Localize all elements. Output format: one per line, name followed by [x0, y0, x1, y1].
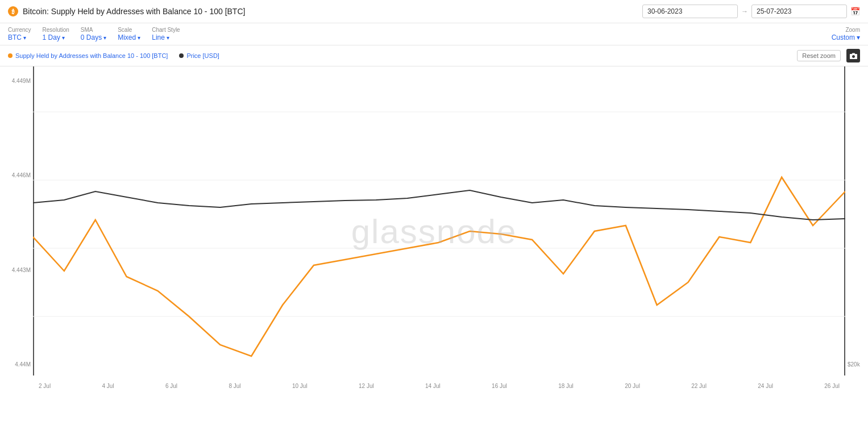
- chart-area: glassnode 4.449M 4.446M 4.443M 4.44M $20…: [0, 66, 868, 396]
- y-label-1: 4.449M: [2, 78, 31, 84]
- reset-zoom-button[interactable]: Reset zoom: [797, 50, 841, 61]
- currency-label: Currency: [8, 27, 31, 33]
- sma-control: SMA 0 Days ▾: [81, 27, 106, 41]
- resolution-value: 1 Day: [43, 34, 60, 41]
- calendar-icon[interactable]: 📅: [850, 7, 860, 16]
- sma-arrow: ▾: [103, 35, 106, 41]
- x-label-3: 6 Jul: [165, 383, 177, 389]
- legend-label-supply: Supply Held by Addresses with Balance 10…: [15, 52, 168, 59]
- chart-style-arrow: ▾: [167, 35, 169, 41]
- x-label-12: 24 Jul: [758, 383, 773, 389]
- y-axis-right: $20k: [845, 66, 868, 373]
- controls-bar: Currency BTC ▾ Resolution 1 Day ▾ SMA 0 …: [0, 23, 868, 45]
- chart-style-label: Chart Style: [152, 27, 180, 33]
- supply-line: [33, 177, 845, 356]
- resolution-label: Resolution: [43, 27, 69, 33]
- y-label-2: 4.446M: [2, 172, 31, 178]
- chart-title: Bitcoin: Supply Held by Addresses with B…: [23, 7, 245, 16]
- chart-svg: [33, 66, 845, 375]
- y-label-3: 4.443M: [2, 267, 31, 273]
- chart-style-control: Chart Style Line ▾: [152, 27, 180, 41]
- x-label-11: 22 Jul: [691, 383, 707, 389]
- x-label-5: 10 Jul: [292, 383, 308, 389]
- x-label-7: 14 Jul: [425, 383, 441, 389]
- legend-item-supply: Supply Held by Addresses with Balance 10…: [8, 52, 168, 59]
- y-label-right: $20k: [848, 361, 866, 368]
- legend-dot-price: [179, 53, 184, 58]
- sma-select[interactable]: 0 Days ▾: [81, 34, 106, 41]
- currency-arrow: ▾: [23, 35, 26, 41]
- currency-select[interactable]: BTC ▾: [8, 34, 31, 41]
- legend-item-price: Price [USD]: [179, 52, 219, 59]
- x-label-13: 26 Jul: [824, 383, 840, 389]
- btc-icon: ₿: [8, 6, 18, 16]
- x-label-9: 18 Jul: [558, 383, 574, 389]
- sma-value: 0 Days: [81, 34, 102, 41]
- resolution-arrow: ▾: [62, 35, 65, 41]
- resolution-control: Resolution 1 Day ▾: [43, 27, 69, 41]
- currency-value: BTC: [8, 34, 22, 41]
- date-start-input[interactable]: [642, 5, 738, 18]
- header-bar: ₿ Bitcoin: Supply Held by Addresses with…: [0, 0, 868, 23]
- legend-actions: Reset zoom: [797, 49, 860, 62]
- zoom-select[interactable]: Custom ▾: [832, 34, 860, 41]
- price-line: [33, 190, 845, 220]
- zoom-value: Custom: [832, 34, 855, 41]
- zoom-control: Zoom Custom ▾: [832, 27, 860, 41]
- resolution-select[interactable]: 1 Day ▾: [43, 34, 69, 41]
- x-label-10: 20 Jul: [625, 383, 640, 389]
- camera-icon: [850, 53, 857, 59]
- scale-value: Mixed: [118, 34, 136, 41]
- x-axis: 2 Jul 4 Jul 6 Jul 8 Jul 10 Jul 12 Jul 14…: [33, 375, 845, 396]
- chart-style-select[interactable]: Line ▾: [152, 34, 180, 41]
- legend-items: Supply Held by Addresses with Balance 10…: [8, 52, 219, 59]
- scale-arrow: ▾: [138, 35, 140, 41]
- x-label-8: 16 Jul: [492, 383, 507, 389]
- title-area: ₿ Bitcoin: Supply Held by Addresses with…: [8, 6, 245, 16]
- zoom-label: Zoom: [845, 27, 860, 33]
- scale-select[interactable]: Mixed ▾: [118, 34, 140, 41]
- chart-style-value: Line: [152, 34, 165, 41]
- x-label-2: 4 Jul: [102, 383, 114, 389]
- y-axis-left: 4.449M 4.446M 4.443M 4.44M: [0, 66, 33, 373]
- x-label-1: 2 Jul: [39, 383, 51, 389]
- x-label-4: 8 Jul: [229, 383, 240, 389]
- y-label-4: 4.44M: [2, 361, 31, 368]
- grid-lines: [33, 112, 845, 316]
- date-arrow: →: [741, 7, 748, 15]
- scale-label: Scale: [118, 27, 140, 33]
- legend-dot-supply: [8, 53, 13, 58]
- currency-control: Currency BTC ▾: [8, 27, 31, 41]
- legend-bar: Supply Held by Addresses with Balance 10…: [0, 45, 868, 66]
- camera-button[interactable]: [846, 49, 860, 62]
- scale-control: Scale Mixed ▾: [118, 27, 140, 41]
- date-range-area: → 📅: [642, 5, 860, 18]
- date-end-input[interactable]: [751, 5, 847, 18]
- sma-label: SMA: [81, 27, 106, 33]
- legend-label-price: Price [USD]: [186, 52, 219, 59]
- zoom-arrow: ▾: [857, 34, 860, 41]
- x-label-6: 12 Jul: [359, 383, 374, 389]
